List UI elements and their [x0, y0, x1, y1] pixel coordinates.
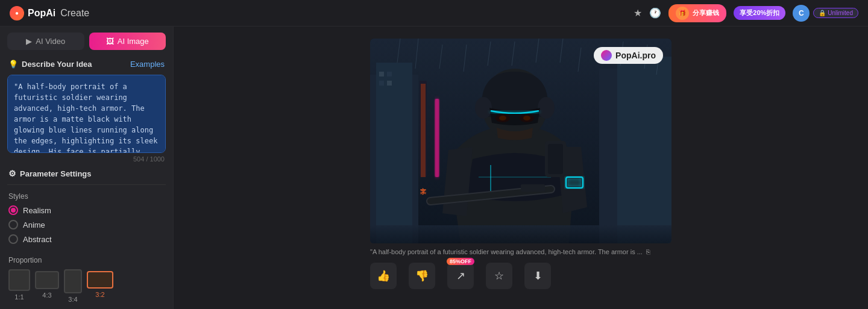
proportion-label: Proportion [8, 256, 165, 264]
proportion-box-1-1 [8, 269, 30, 291]
video-icon: ▶ [26, 37, 32, 46]
promo-banner[interactable]: 🎁 分享赚钱 [668, 4, 726, 22]
unlimited-badge: 🔒 Unlimited [813, 8, 858, 18]
radio-anime[interactable] [8, 220, 18, 229]
svg-rect-2 [376, 63, 412, 243]
svg-rect-3 [379, 72, 384, 76]
watermark-dot [601, 50, 612, 61]
style-option-realism[interactable]: Realism [8, 205, 165, 215]
star-icon[interactable]: ★ [634, 7, 642, 19]
style-realism-label: Realism [23, 206, 51, 215]
svg-rect-30 [568, 179, 581, 186]
svg-point-35 [538, 97, 555, 119]
right-panel: 文字 [174, 27, 868, 309]
radio-abstract[interactable] [8, 234, 18, 244]
proportion-section: Proportion 1:1 4:3 3:4 [0, 254, 173, 308]
left-panel: ▶ AI Video 🖼 AI Image 💡 Describe Your Id… [0, 27, 174, 309]
watermark: PopAi.pro [594, 47, 663, 64]
svg-rect-31 [521, 184, 545, 192]
radio-realism[interactable] [8, 205, 18, 215]
action-bar: 👍 👎 ↗ 85%OFF ☆ ⬇ [370, 263, 671, 289]
param-header: ⚙ Parameter Settings [0, 164, 173, 182]
proportion-text-3-4: 3:4 [68, 296, 77, 303]
tab-row: ▶ AI Video 🖼 AI Image [0, 27, 173, 56]
proportion-1-1[interactable]: 1:1 [8, 269, 30, 303]
tab-video[interactable]: ▶ AI Video [7, 33, 84, 50]
style-option-anime[interactable]: Anime [8, 220, 165, 229]
styles-label: Styles [8, 192, 165, 201]
caption-text: "A half-body portrait of a futuristic so… [370, 248, 643, 255]
svg-point-39 [523, 116, 530, 120]
promo-label: 分享赚钱 [693, 8, 719, 17]
unlimited-label: Unlimited [828, 10, 853, 16]
create-label: Create [60, 8, 89, 19]
describe-section-label: 💡 Describe Your Idea Examples [0, 56, 173, 72]
like-button[interactable]: 👍 [370, 263, 397, 289]
proportion-box-4-3 [35, 271, 59, 289]
star-button[interactable]: ☆ [486, 263, 512, 289]
image-container: 文字 [370, 39, 671, 289]
copy-icon[interactable]: ⎘ [646, 248, 650, 255]
share-icon: ↗ [456, 269, 465, 282]
style-abstract-label: Abstract [23, 235, 52, 244]
tab-image[interactable]: 🖼 AI Image [89, 33, 166, 50]
params-label: Parameter Settings [20, 169, 92, 178]
tab-image-label: AI Image [118, 37, 149, 46]
svg-rect-5 [379, 81, 384, 86]
image-caption: "A half-body portrait of a futuristic so… [370, 248, 671, 255]
proportion-text-3-2: 3:2 [95, 291, 104, 298]
download-button[interactable]: ⬇ [524, 263, 551, 289]
proportion-box-3-4 [64, 269, 82, 293]
dislike-button[interactable]: 👎 [409, 263, 435, 289]
style-option-abstract[interactable]: Abstract [8, 234, 165, 244]
logo-icon: ● [10, 6, 24, 20]
bulb-icon: 💡 [8, 60, 18, 69]
logo-area: ● PopAi Create [10, 6, 89, 20]
svg-rect-42 [370, 225, 671, 243]
user-initial: C [799, 9, 804, 17]
params-icon: ⚙ [8, 169, 16, 178]
tab-video-label: AI Video [36, 37, 65, 46]
proportion-text-1-1: 1:1 [14, 293, 24, 301]
history-icon[interactable]: 🕐 [649, 7, 661, 19]
proportion-3-2[interactable]: 3:2 [87, 269, 113, 303]
share-button[interactable]: ↗ [447, 263, 474, 289]
proportion-3-4[interactable]: 3:4 [64, 269, 82, 303]
user-avatar[interactable]: C [793, 5, 810, 22]
promo-avatar: 🎁 [676, 7, 689, 20]
proportion-box-3-2 [87, 271, 113, 289]
off-badge: 85%OFF [447, 258, 474, 265]
promo-sub-label: 享受20%折扣 [740, 9, 779, 16]
describe-label: Describe Your Idea [22, 60, 92, 69]
topnav: ● PopAi Create ★ 🕐 🎁 分享赚钱 享受20%折扣 C 🔒 Un… [0, 0, 868, 27]
promo-sub-banner[interactable]: 享受20%折扣 [734, 6, 785, 20]
char-count: 504 / 1000 [0, 154, 173, 164]
svg-rect-11 [434, 99, 440, 177]
proportion-text-4-3: 4:3 [42, 292, 51, 299]
svg-rect-6 [387, 81, 392, 86]
svg-point-38 [499, 116, 506, 120]
style-anime-label: Anime [23, 220, 45, 229]
image-icon: 🖼 [106, 37, 114, 46]
svg-rect-41 [548, 144, 563, 174]
svg-point-34 [475, 97, 492, 119]
nav-icons: ★ 🕐 🎁 分享赚钱 享受20%折扣 C 🔒 Unlimited [634, 4, 858, 22]
logo-text: PopAi [28, 8, 55, 19]
svg-rect-8 [421, 84, 426, 177]
proportion-options: 1:1 4:3 3:4 3:2 [8, 269, 165, 303]
svg-rect-15 [617, 57, 671, 243]
watermark-text: PopAi.pro [615, 51, 656, 60]
svg-rect-4 [387, 72, 392, 76]
styles-section: Styles Realism Anime Abstract [0, 187, 173, 254]
section-divider [7, 184, 166, 185]
main-layout: ▶ AI Video 🖼 AI Image 💡 Describe Your Id… [0, 27, 868, 309]
main-image: 文字 [370, 39, 671, 243]
proportion-4-3[interactable]: 4:3 [35, 269, 59, 303]
radio-realism-dot [11, 208, 16, 213]
prompt-textarea[interactable]: "A half-body portrait of a futuristic so… [7, 75, 166, 153]
examples-link[interactable]: Examples [130, 60, 165, 69]
